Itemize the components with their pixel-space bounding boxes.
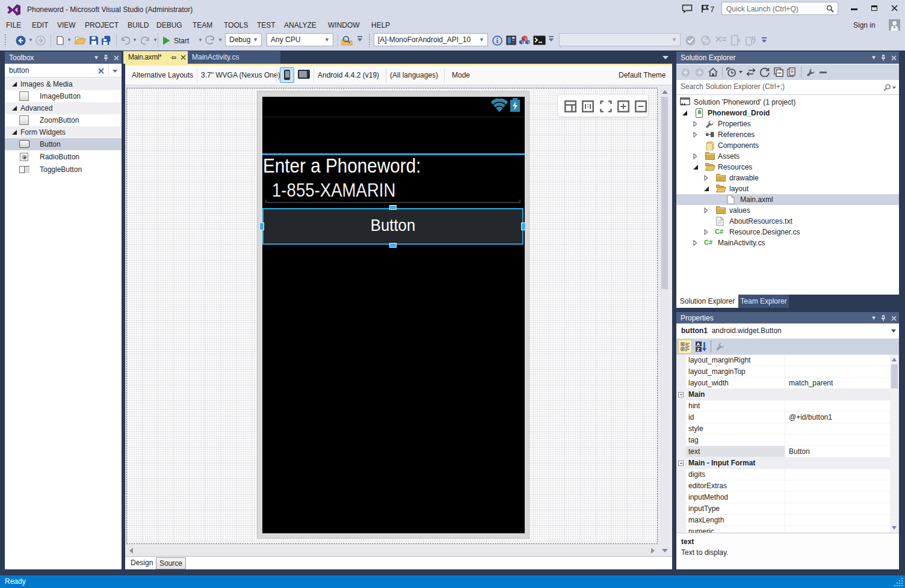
svg-text:A: A — [697, 341, 700, 347]
svg-text:Z: Z — [697, 347, 700, 352]
